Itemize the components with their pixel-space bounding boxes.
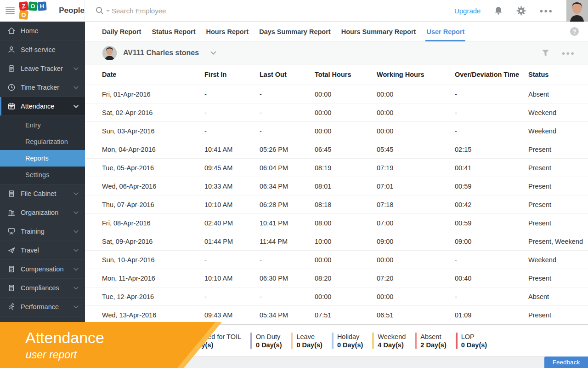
table-cell: 07:19	[377, 164, 455, 172]
app-root: ZOHO People Upgrade	[0, 0, 588, 368]
hamburger-menu-icon[interactable]	[6, 7, 15, 14]
sidebar-item-attendance[interactable]: Attendance	[0, 97, 85, 116]
table-cell: -	[455, 109, 528, 116]
sidebar-subitem-entry[interactable]: Entry	[0, 117, 85, 133]
employee-avatar[interactable]	[102, 46, 117, 60]
chevron-down-icon	[74, 105, 79, 108]
zoho-people-logo[interactable]: ZOHO People	[19, 2, 85, 19]
tab-hours-report[interactable]: Hours Report	[206, 22, 249, 41]
home-icon	[7, 27, 16, 35]
table-cell: -	[204, 127, 260, 135]
table-row[interactable]: Sun, 03-Apr-2016--00:0000:00-Weekend	[85, 122, 588, 140]
table-cell: Absent	[528, 293, 588, 300]
tab-hours-summary-report[interactable]: Hours Summary Report	[341, 22, 416, 41]
table-row[interactable]: Thu, 07-Apr-201610:10 AM06:28 PM08:1807:…	[85, 196, 588, 214]
topbar-actions: Upgrade	[454, 0, 588, 22]
table-row[interactable]: Sun, 10-Apr-2016--00:0000:00-Weekend	[85, 251, 588, 269]
search-icon[interactable]	[95, 6, 104, 15]
tab-days-summary-report[interactable]: Days Summary Report	[259, 22, 331, 41]
table-cell: Present	[528, 164, 588, 172]
filter-icon[interactable]	[542, 50, 549, 57]
table-row[interactable]: Mon, 04-Apr-201610:41 AM05:26 PM06:4505:…	[85, 140, 588, 159]
sidebar-item-leave-tracker[interactable]: Leave Tracker	[0, 59, 85, 78]
sidebar-subitem-reports[interactable]: Reports	[0, 150, 85, 167]
table-cell: Fri, 01-Apr-2016	[102, 91, 204, 98]
legend-color-bar	[415, 333, 417, 349]
search-input[interactable]	[112, 7, 231, 15]
status-legend-section: Marked for TOILDay(s)On Duty0 Day(s)Leav…	[85, 324, 588, 356]
table-cell: 10:33 AM	[204, 183, 260, 190]
table-row[interactable]: Mon, 11-Apr-201610:10 AM06:30 PM08:2007:…	[85, 269, 588, 288]
table-row[interactable]: Wed, 06-Apr-201610:33 AM06:34 PM08:0107:…	[85, 177, 588, 196]
table-row[interactable]: Sat, 09-Apr-201601:44 PM11:44 PM10:0009:…	[85, 232, 588, 251]
main-content: Daily ReportStatus ReportHours ReportDay…	[85, 22, 588, 368]
chevron-down-icon	[74, 67, 79, 70]
tab-user-report[interactable]: User Report	[426, 22, 464, 41]
upgrade-link[interactable]: Upgrade	[454, 7, 481, 15]
table-cell: 08:19	[315, 164, 377, 172]
table-cell: 09:00	[455, 238, 528, 245]
sidebar-item-time-tracker[interactable]: Time Tracker	[0, 78, 85, 97]
table-cell: 08:20	[315, 275, 377, 282]
table-row[interactable]: Sat, 02-Apr-2016--00:0000:00-Weekend	[85, 104, 588, 122]
sidebar-item-performance[interactable]: Performance	[0, 298, 85, 316]
legend-label: Holiday	[337, 333, 359, 340]
table-cell: Weekend	[528, 256, 588, 264]
table-cell: 00:00	[315, 293, 377, 300]
sidebar-item-compliances[interactable]: Compliances	[0, 279, 85, 298]
settings-gear-icon[interactable]	[516, 6, 526, 16]
help-icon[interactable]: ?	[570, 27, 579, 36]
table-cell: 09:00	[377, 238, 455, 245]
performance-icon	[7, 303, 16, 311]
column-header-total-hours: Total Hours	[315, 71, 377, 78]
more-apps-icon[interactable]: ●●●	[539, 7, 553, 14]
sidebar-item-label: Performance	[21, 303, 59, 310]
sidebar-item-label: Home	[21, 27, 39, 34]
sidebar-item-home[interactable]: Home	[0, 22, 85, 40]
table-cell: 02:15	[455, 146, 528, 153]
tab-daily-report[interactable]: Daily Report	[102, 22, 141, 41]
notifications-bell-icon[interactable]	[494, 6, 503, 16]
legend-item-holiday: Holiday0 Day(s)	[332, 333, 363, 349]
sidebar-item-label: Self-service	[21, 46, 56, 53]
sidebar-item-organization[interactable]: Organization	[0, 203, 85, 222]
table-row[interactable]: Wed, 13-Apr-201609:43 AM05:34 PM07:5106:…	[85, 306, 588, 324]
legend-count: 0 Day(s)	[337, 341, 363, 349]
zoho-logo-boxes: ZOHO	[19, 2, 56, 19]
sidebar-item-compensation[interactable]: Compensation	[0, 260, 85, 279]
topbar-brand-area: ZOHO People	[0, 0, 85, 21]
more-options-icon[interactable]: ●●●	[561, 50, 575, 57]
sidebar-item-training[interactable]: Training	[0, 222, 85, 241]
table-row[interactable]: Fri, 01-Apr-2016--00:0000:00-Absent	[85, 85, 588, 104]
column-header-date: Date	[102, 71, 204, 78]
legend-count: 4 Day(s)	[378, 341, 403, 349]
table-cell: 10:10 AM	[204, 201, 260, 208]
employee-name[interactable]: AV111 Charles stones	[123, 49, 199, 57]
table-cell: Absent	[528, 91, 588, 98]
sidebar-item-self-service[interactable]: Self-service	[0, 40, 85, 59]
brand-product-name: People	[59, 6, 85, 15]
table-cell: 06:28 PM	[260, 201, 315, 208]
sidebar-item-file-cabinet[interactable]: File Cabinet	[0, 184, 85, 203]
table-row[interactable]: Tue, 05-Apr-201609:45 AM06:04 PM08:1907:…	[85, 159, 588, 177]
sidebar-subitem-regularization[interactable]: Regularization	[0, 133, 85, 150]
table-cell: Present	[528, 219, 588, 227]
cabinet-icon	[7, 190, 16, 198]
table-cell: 00:00	[315, 256, 377, 264]
sidebar-item-label: Compliances	[21, 284, 59, 292]
sidebar-item-label: File Cabinet	[21, 190, 56, 197]
employee-dropdown-chevron-icon[interactable]	[210, 51, 216, 55]
feedback-button[interactable]: Feedback	[544, 356, 588, 368]
table-row[interactable]: Fri, 08-Apr-201602:40 PM10:41 PM08:0007:…	[85, 214, 588, 232]
table-cell: 11:44 PM	[260, 238, 315, 245]
table-cell: 00:00	[377, 293, 455, 300]
sidebar-item-travel[interactable]: Travel	[0, 241, 85, 260]
search-scope-chevron-icon[interactable]	[106, 9, 110, 12]
user-avatar[interactable]	[566, 0, 588, 22]
plane-icon	[7, 246, 16, 254]
table-cell: 06:34 PM	[260, 183, 315, 190]
tab-status-report[interactable]: Status Report	[152, 22, 195, 41]
table-row[interactable]: Tue, 12-Apr-2016--00:0000:00-Absent	[85, 288, 588, 306]
bottom-strip	[85, 356, 588, 368]
sidebar-subitem-settings[interactable]: Settings	[0, 167, 85, 183]
